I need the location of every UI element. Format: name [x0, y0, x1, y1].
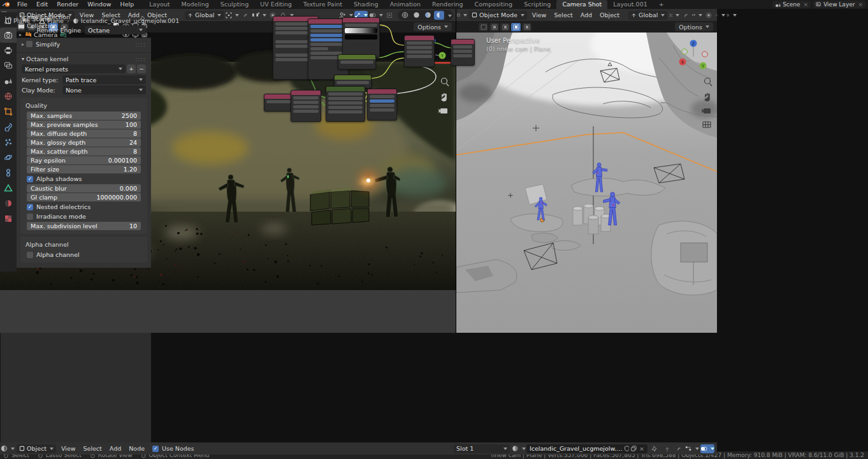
menu-window[interactable]: Window: [83, 0, 115, 9]
slider-max-subdivision-level[interactable]: Max. subdivision level10: [27, 222, 141, 230]
properties-tab-material[interactable]: [0, 196, 17, 211]
workspace-tab-animation[interactable]: Animation: [384, 0, 426, 9]
blender-logo-icon: [2, 1, 11, 8]
show-object-types-icon[interactable]: [727, 11, 737, 20]
slider-value: 1000000.000: [97, 194, 137, 201]
menu-render[interactable]: Render: [52, 0, 83, 9]
checkbox-row-nested-dielectrics[interactable]: ✓Nested dielectrics: [20, 202, 147, 212]
slider-value: 10: [129, 222, 137, 229]
checkbox-label: Alpha channel: [36, 251, 80, 258]
checkbox-label: Irradiance mode: [36, 213, 86, 220]
quality-box: Quality Max. samples2500Max. preview sam…: [20, 171, 147, 234]
workspace-tab-layout-001[interactable]: Layout.001: [607, 0, 653, 9]
checkbox[interactable]: [27, 252, 33, 258]
checkbox-label: Alpha shadows: [36, 175, 82, 182]
workspace-tab-rendering[interactable]: Rendering: [426, 0, 469, 9]
workspace-tabs: LayoutModelingSculptingUV EditingTexture…: [143, 0, 653, 9]
parent-node-tree-icon[interactable]: [662, 444, 672, 453]
shader-type-dropdown[interactable]: Object: [17, 444, 56, 453]
pin-icon[interactable]: [651, 446, 658, 452]
octane-kernel-panel[interactable]: ▾ Octane kernel :::: Kernel presets + − …: [17, 171, 151, 268]
slider-value: 0.000: [120, 185, 137, 192]
menu-node[interactable]: Node: [125, 445, 148, 452]
slider-label: GI clamp: [31, 194, 57, 201]
copy-material-icon[interactable]: [631, 446, 637, 451]
view-name-label: User Perspective: [486, 37, 551, 44]
shader-editor-header: Object ViewSelectAddNode ✓ Use Nodes Slo…: [0, 442, 717, 455]
unlink-material-icon[interactable]: ×: [639, 445, 644, 452]
slider-label: Filter size: [31, 171, 59, 173]
workspace-tab-modeling[interactable]: Modeling: [176, 0, 215, 9]
workspace-tab-scripting[interactable]: Scripting: [518, 0, 556, 9]
menu-file[interactable]: File: [13, 0, 32, 9]
workspace-tab-sculpting[interactable]: Sculpting: [215, 0, 254, 9]
workspace-tab-compositing[interactable]: Compositing: [469, 0, 519, 9]
checkbox-label: Nested dielectrics: [36, 203, 90, 210]
menu-edit[interactable]: Edit: [32, 0, 52, 9]
menu-help[interactable]: Help: [116, 0, 139, 9]
properties-tab-data[interactable]: [0, 180, 17, 196]
checkbox-row-irradiance-mode[interactable]: Irradiance mode: [20, 212, 147, 221]
viewport-overlay-text: User Perspective (0) nnew cam | Plane: [486, 37, 551, 52]
scene-unlink-icon[interactable]: ×: [804, 1, 809, 8]
properties-body: Scene Render Engine Octane ▸ Simplify ::…: [17, 171, 151, 272]
properties-tab-texture[interactable]: [0, 211, 17, 226]
checkbox-row-alpha-channel[interactable]: Alpha channel: [20, 250, 147, 259]
topbar: FileEditRenderWindowHelp LayoutModelingS…: [0, 0, 868, 9]
workspace-tab-uv-editing[interactable]: UV Editing: [254, 0, 298, 9]
use-nodes-label: Use Nodes: [162, 445, 194, 452]
checkbox[interactable]: ✓: [27, 204, 33, 210]
alpha-channel-box: Alpha channel Alpha channel: [20, 237, 147, 263]
material-slot-dropdown[interactable]: Slot 1: [454, 444, 510, 453]
workspace-tab-layout[interactable]: Layout: [143, 0, 175, 9]
overlays-toggle-icon[interactable]: [700, 444, 714, 453]
slider-label: Caustic blur: [31, 185, 67, 192]
scene-icon: [775, 2, 781, 8]
menu-select[interactable]: Select: [80, 445, 106, 452]
menu-view[interactable]: View: [57, 445, 80, 452]
add-workspace-button[interactable]: +: [653, 0, 670, 9]
crates: [310, 188, 369, 225]
blender-window: FileEditRenderWindowHelp LayoutModelingS…: [0, 0, 868, 459]
properties-tab-constraints[interactable]: [0, 171, 17, 180]
slider-value: 1.20: [124, 171, 137, 173]
view-layer-selector[interactable]: View Layer ×: [813, 1, 865, 8]
material-name-field[interactable]: Icelandic_Gravel_ucgmejolw.001 ×: [526, 444, 647, 453]
checkbox-row-alpha-shadows[interactable]: ✓Alpha shadows: [20, 174, 147, 184]
menu-add[interactable]: Add: [106, 445, 125, 452]
shader-menus: ViewSelectAddNode: [57, 445, 148, 452]
slider-filter-size[interactable]: Filter size1.20: [27, 171, 141, 173]
browse-material-icon[interactable]: [512, 444, 526, 453]
view-layer-icon: [816, 2, 821, 8]
active-object-label: (0) nnew cam | Plane: [486, 45, 551, 52]
workspace-tab-texture-paint[interactable]: Texture Paint: [298, 0, 348, 9]
checkbox[interactable]: [27, 214, 33, 220]
use-nodes-checkbox[interactable]: ✓: [152, 446, 159, 452]
topbar-menus: FileEditRenderWindowHelp: [13, 0, 138, 9]
view-layer-remove-icon: ×: [858, 1, 863, 8]
fake-user-shield-icon[interactable]: [625, 446, 630, 451]
checkbox[interactable]: ✓: [27, 176, 33, 182]
properties-tab-column: [0, 171, 17, 272]
slider-gi-clamp[interactable]: GI clamp1000000.000: [27, 193, 141, 201]
workspace-tab-camera-shot[interactable]: Camera Shot: [556, 0, 607, 9]
use-nodes-row[interactable]: ✓ Use Nodes: [148, 444, 198, 453]
slider-label: Max. subdivision level: [31, 222, 98, 229]
node-snap-icon[interactable]: [674, 444, 684, 453]
workspace-tab-shading[interactable]: Shading: [348, 0, 384, 9]
scene-selector[interactable]: Scene ×: [772, 1, 811, 8]
alpha-channel-title: Alpha channel: [20, 238, 147, 250]
snap-node-target-icon[interactable]: [685, 444, 699, 453]
slider-caustic-blur[interactable]: Caustic blur0.000: [27, 184, 141, 193]
editor-type-icon[interactable]: [1, 444, 15, 453]
